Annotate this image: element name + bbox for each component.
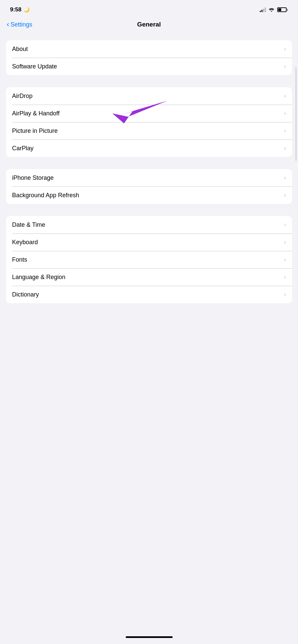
software-update-chevron-icon: › (284, 63, 286, 69)
language-region-chevron-icon: › (284, 274, 286, 280)
dictionary-chevron-icon: › (284, 291, 286, 298)
settings-group-2: AirDrop › AirPlay & Handoff › Picture in… (6, 87, 292, 157)
software-update-label: Software Update (12, 63, 57, 70)
airplay-handoff-row[interactable]: AirPlay & Handoff › (6, 105, 292, 122)
status-bar: 9:58 🌙 (0, 0, 298, 18)
settings-group-3: iPhone Storage › Background App Refresh … (6, 169, 292, 204)
date-time-chevron-icon: › (284, 222, 286, 228)
language-region-row[interactable]: Language & Region › (6, 268, 292, 286)
keyboard-chevron-icon: › (284, 239, 286, 245)
signal-bar-1 (260, 11, 261, 12)
signal-icon (260, 7, 266, 12)
signal-bar-2 (261, 10, 262, 12)
airplay-handoff-chevron-icon: › (284, 110, 286, 116)
settings-content: About › Software Update › AirDrop › AirP… (0, 34, 298, 310)
settings-group-4: Date & Time › Keyboard › Fonts › Languag… (6, 216, 292, 303)
airdrop-label: AirDrop (12, 93, 33, 100)
background-app-refresh-row[interactable]: Background App Refresh › (6, 186, 292, 204)
iphone-storage-chevron-icon: › (284, 175, 286, 181)
picture-in-picture-row[interactable]: Picture in Picture › (6, 122, 292, 140)
picture-in-picture-chevron-icon: › (284, 128, 286, 134)
scrollbar[interactable] (295, 67, 297, 161)
about-row[interactable]: About › (6, 40, 292, 58)
language-region-label: Language & Region (12, 274, 65, 281)
status-right-icons (260, 7, 288, 13)
fonts-chevron-icon: › (284, 257, 286, 263)
back-label: Settings (10, 21, 32, 28)
fonts-row[interactable]: Fonts › (6, 251, 292, 268)
airdrop-chevron-icon: › (284, 93, 286, 99)
battery-icon (277, 7, 288, 12)
moon-icon: 🌙 (23, 7, 30, 13)
keyboard-row[interactable]: Keyboard › (6, 233, 292, 251)
home-indicator (126, 636, 173, 638)
background-app-refresh-label: Background App Refresh (12, 192, 79, 199)
airdrop-row[interactable]: AirDrop › (6, 87, 292, 105)
time-label: 9:58 (10, 6, 21, 13)
picture-in-picture-label: Picture in Picture (12, 127, 58, 135)
page-title: General (137, 21, 161, 28)
navigation-bar: ‹ Settings General (0, 18, 298, 34)
date-time-label: Date & Time (12, 221, 45, 228)
dictionary-row[interactable]: Dictionary › (6, 286, 292, 303)
about-label: About (12, 46, 28, 53)
iphone-storage-label: iPhone Storage (12, 174, 54, 181)
keyboard-label: Keyboard (12, 239, 38, 246)
date-time-row[interactable]: Date & Time › (6, 216, 292, 233)
fonts-label: Fonts (12, 256, 27, 263)
carplay-label: CarPlay (12, 145, 34, 152)
software-update-row[interactable]: Software Update › (6, 58, 292, 75)
carplay-chevron-icon: › (284, 145, 286, 151)
dictionary-label: Dictionary (12, 291, 39, 298)
wifi-icon (269, 7, 275, 13)
carplay-row[interactable]: CarPlay › (6, 140, 292, 157)
signal-bar-4 (265, 7, 266, 12)
status-time: 9:58 🌙 (10, 6, 30, 13)
back-button[interactable]: ‹ Settings (7, 21, 32, 28)
back-chevron-icon: ‹ (7, 21, 9, 28)
iphone-storage-row[interactable]: iPhone Storage › (6, 169, 292, 186)
about-chevron-icon: › (284, 46, 286, 52)
airplay-handoff-label: AirPlay & Handoff (12, 110, 60, 117)
signal-bar-3 (263, 9, 264, 12)
background-app-refresh-chevron-icon: › (284, 192, 286, 198)
settings-group-1: About › Software Update › (6, 40, 292, 75)
